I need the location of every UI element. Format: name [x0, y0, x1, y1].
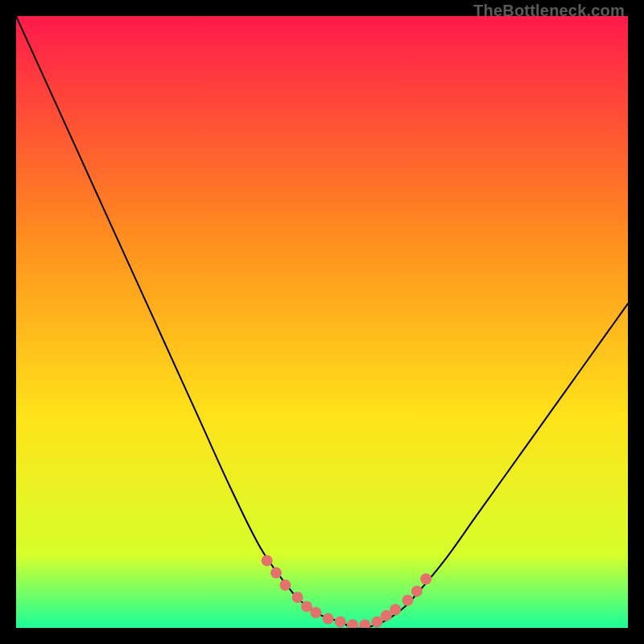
marker-dot — [335, 616, 346, 627]
gradient-background — [16, 16, 628, 628]
marker-dot — [323, 613, 334, 625]
marker-dot — [371, 616, 382, 627]
bottleneck-chart — [16, 16, 628, 628]
marker-dot — [402, 595, 413, 606]
marker-dot — [292, 592, 303, 603]
marker-dot — [301, 601, 312, 612]
watermark-text: TheBottleneck.com — [473, 2, 625, 20]
marker-dot — [262, 555, 273, 566]
marker-dot — [420, 573, 431, 584]
marker-dot — [270, 568, 282, 579]
marker-dot — [411, 585, 423, 597]
marker-dot — [390, 604, 401, 615]
marker-dot — [279, 580, 291, 591]
chart-frame — [16, 16, 628, 628]
marker-dot — [381, 610, 392, 621]
marker-dot — [310, 607, 321, 618]
